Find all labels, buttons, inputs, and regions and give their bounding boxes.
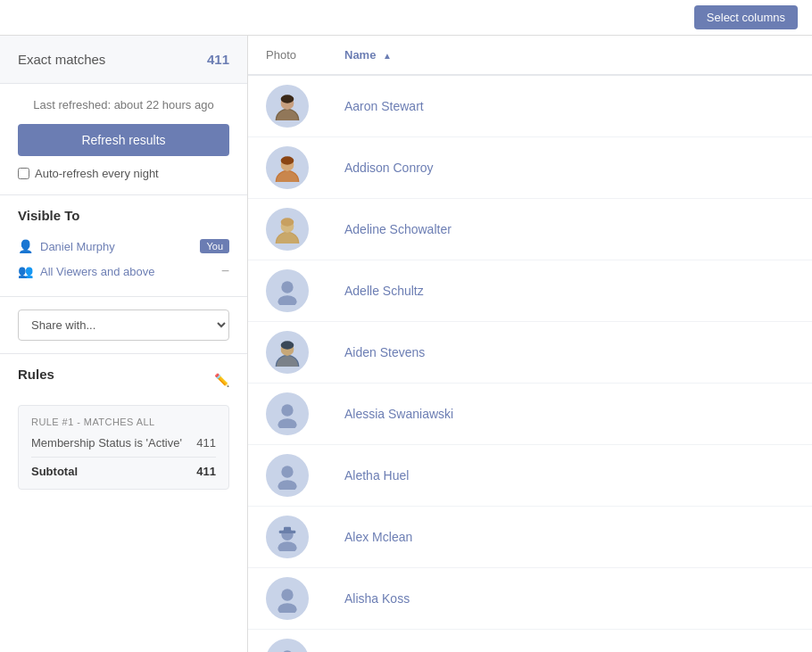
photo-cell [248, 137, 327, 199]
avatar [266, 85, 309, 128]
photo-cell [248, 445, 327, 507]
table-row: Adelle Schultz [248, 260, 812, 322]
photo-cell [248, 568, 327, 630]
refresh-results-button[interactable]: Refresh results [18, 124, 229, 156]
select-columns-button[interactable]: Select columns [694, 5, 798, 29]
name-cell: Aletha Huel [327, 445, 812, 507]
person-name-link[interactable]: Alessia Swaniawski [344, 407, 453, 421]
avatar [266, 639, 309, 652]
table-row: Adeline Schowalter [248, 199, 812, 260]
svg-point-16 [281, 341, 294, 349]
person-name-link[interactable]: Addison Conroy [344, 161, 434, 175]
svg-point-20 [281, 466, 293, 477]
visible-to-section: Visible To 👤 Daniel Murphy You 👥 All Vie… [0, 195, 247, 297]
person-name-link[interactable]: Adelle Schultz [344, 284, 424, 298]
photo-cell [248, 384, 327, 445]
name-cell: Alessia Swaniawski [327, 384, 812, 445]
user-info-all-viewers: 👥 All Viewers and above [18, 264, 154, 278]
subtotal-count: 411 [196, 465, 216, 478]
sidebar: Exact matches 411 Last refreshed: about … [0, 36, 248, 652]
avatar [266, 454, 309, 497]
avatar [266, 208, 309, 251]
auto-refresh-text: Auto-refresh every night [35, 167, 159, 180]
person-name-link[interactable]: Aletha Huel [344, 468, 409, 483]
photo-cell [248, 630, 327, 653]
name-cell: Allen Kiehn [327, 630, 812, 653]
avatar [266, 577, 309, 620]
name-cell: Alisha Koss [327, 568, 812, 630]
photo-cell [248, 260, 327, 322]
col-name[interactable]: Name ▲ [327, 36, 812, 75]
photo-cell [248, 507, 327, 568]
person-name-link[interactable]: Aiden Stevens [344, 345, 425, 359]
rules-header: Rules ✏️ [18, 367, 229, 392]
avatar [266, 516, 309, 558]
name-cell: Aiden Stevens [327, 322, 812, 384]
photo-cell [248, 75, 327, 137]
group-icon: 👥 [18, 264, 33, 278]
name-cell: Adeline Schowalter [327, 199, 812, 260]
rule-condition-text: Membership Status is 'Active' [31, 436, 182, 450]
table-row: Aletha Huel [248, 445, 812, 507]
remove-all-viewers-button[interactable]: − [221, 264, 229, 278]
rules-title: Rules [18, 367, 54, 382]
user-daniel-name[interactable]: Daniel Murphy [40, 240, 115, 253]
auto-refresh-checkbox[interactable] [18, 168, 29, 179]
user-row-all-viewers: 👥 All Viewers and above − [18, 259, 229, 284]
person-name-link[interactable]: Alisha Koss [344, 591, 410, 606]
share-with-section: Share with... [0, 297, 247, 354]
table-row: Alex Mclean [248, 507, 812, 568]
rule-box: RULE #1 - MATCHES ALL Membership Status … [18, 405, 229, 490]
top-bar: Select columns [0, 0, 812, 36]
person-name-link[interactable]: Alex Mclean [344, 530, 412, 544]
auto-refresh-label[interactable]: Auto-refresh every night [18, 167, 229, 180]
exact-matches-count: 411 [207, 52, 229, 67]
svg-point-27 [278, 603, 296, 613]
person-name-link[interactable]: Adeline Schowalter [344, 222, 452, 236]
svg-point-18 [281, 404, 293, 416]
name-cell: Addison Conroy [327, 137, 812, 199]
avatar [266, 269, 309, 312]
name-cell: Adelle Schultz [327, 260, 812, 322]
avatar [266, 331, 309, 374]
you-badge: You [200, 239, 229, 253]
table-row: Alessia Swaniawski [248, 384, 812, 445]
refresh-section: Last refreshed: about 22 hours ago Refre… [0, 84, 247, 195]
table-row: Aaron Stewart [248, 75, 812, 137]
share-with-select[interactable]: Share with... [18, 309, 229, 341]
rules-section: Rules ✏️ RULE #1 - MATCHES ALL Membershi… [0, 354, 247, 502]
sort-arrow: ▲ [383, 51, 392, 61]
rule-condition-count: 411 [196, 436, 216, 450]
svg-point-2 [281, 95, 294, 103]
results-table: Photo Name ▲ Aaron Stewart Addison Conro… [248, 36, 812, 652]
rule-number-label: RULE #1 - MATCHES ALL [31, 417, 216, 427]
svg-point-6 [281, 156, 294, 164]
exact-matches-header: Exact matches 411 [0, 36, 247, 84]
user-info-daniel: 👤 Daniel Murphy [18, 239, 115, 253]
table-row: Aiden Stevens [248, 322, 812, 384]
name-cell: Aaron Stewart [327, 75, 812, 137]
exact-matches-label: Exact matches [18, 52, 105, 67]
edit-icon[interactable]: ✏️ [214, 373, 229, 387]
subtotal-row: Subtotal 411 [31, 457, 216, 478]
name-cell: Alex Mclean [327, 507, 812, 568]
person-name-link[interactable]: Aaron Stewart [344, 99, 424, 113]
col-photo: Photo [248, 36, 327, 75]
svg-point-10 [281, 218, 294, 226]
svg-point-19 [278, 418, 296, 428]
svg-point-26 [281, 589, 293, 600]
svg-point-13 [278, 295, 296, 305]
svg-point-25 [278, 541, 296, 551]
all-viewers-label[interactable]: All Viewers and above [40, 265, 154, 278]
subtotal-label: Subtotal [31, 465, 78, 478]
photo-cell [248, 322, 327, 384]
main-content: Photo Name ▲ Aaron Stewart Addison Conro… [248, 36, 812, 652]
avatar [266, 146, 309, 189]
table-row: Alisha Koss [248, 568, 812, 630]
visible-to-title: Visible To [18, 208, 229, 223]
photo-cell [248, 199, 327, 260]
last-refreshed-text: Last refreshed: about 22 hours ago [18, 98, 229, 111]
rule-condition-row: Membership Status is 'Active' 411 [31, 436, 216, 450]
svg-point-21 [278, 480, 296, 490]
person-icon: 👤 [18, 239, 33, 253]
